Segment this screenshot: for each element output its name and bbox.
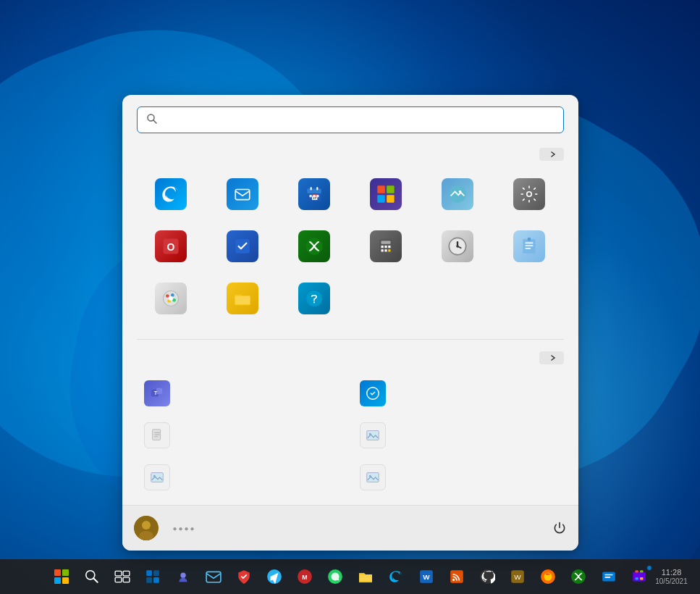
svg-text:M: M — [302, 574, 307, 581]
svg-rect-10 — [316, 195, 319, 197]
svg-rect-55 — [366, 431, 379, 440]
news-taskbar-button[interactable] — [594, 562, 623, 591]
svg-rect-75 — [153, 570, 159, 576]
app-notepad[interactable] — [495, 223, 564, 272]
mcafee-button[interactable]: M — [290, 562, 319, 591]
file-explorer-taskbar-button[interactable] — [351, 562, 380, 591]
svg-rect-95 — [604, 574, 612, 576]
svg-rect-35 — [526, 243, 534, 244]
start-footer: ●●●● — [122, 505, 578, 551]
svg-rect-29 — [388, 249, 390, 251]
app-todo[interactable] — [208, 223, 277, 272]
svg-rect-96 — [604, 577, 610, 578]
recommended-grid: T — [137, 375, 564, 496]
app-settings[interactable] — [495, 171, 564, 220]
whatsapp-desktop-button[interactable]: W — [503, 562, 532, 591]
rss-taskbar-button[interactable] — [442, 562, 471, 591]
svg-point-62 — [142, 521, 151, 530]
app-store[interactable] — [352, 171, 421, 220]
app-office[interactable]: O — [137, 223, 206, 272]
svg-text:O: O — [167, 241, 175, 253]
calculator-icon — [370, 230, 402, 262]
app-calculator[interactable] — [352, 223, 421, 272]
rec-backup-file[interactable] — [137, 417, 348, 454]
svg-point-46 — [313, 301, 315, 303]
app-file-explorer[interactable] — [208, 275, 277, 325]
pinned-apps-grid: 📅 — [137, 171, 564, 325]
mail-icon — [227, 178, 258, 210]
more-button[interactable] — [539, 351, 564, 364]
all-apps-button[interactable] — [539, 148, 564, 161]
svg-point-16 — [459, 191, 462, 193]
svg-rect-71 — [123, 571, 130, 576]
taskbar-pinned-icons: M W — [47, 562, 654, 591]
xbox-taskbar-button[interactable] — [564, 562, 593, 591]
app-edge[interactable] — [137, 171, 206, 220]
firefox-taskbar-button[interactable] — [534, 562, 562, 591]
app-mail[interactable] — [208, 171, 277, 220]
app-clock[interactable] — [423, 223, 492, 272]
notification-center-button[interactable]: 11:28 10/5/2021 — [651, 562, 691, 591]
svg-rect-86 — [450, 570, 463, 583]
rec-vmware-jpg[interactable] — [353, 459, 564, 496]
rec-install-doc[interactable] — [137, 459, 348, 496]
svg-rect-72 — [115, 577, 122, 582]
start-menu: 📅 — [122, 95, 578, 551]
app-tips[interactable] — [280, 275, 349, 325]
search-input[interactable] — [164, 114, 554, 126]
svg-rect-25 — [384, 246, 387, 248]
svg-point-33 — [456, 245, 459, 248]
svg-rect-12 — [387, 185, 395, 193]
user-profile[interactable]: ●●●● — [128, 513, 202, 543]
svg-rect-74 — [146, 570, 152, 576]
store-icon — [370, 178, 402, 210]
whatsapp-button[interactable] — [321, 562, 350, 591]
svg-rect-66 — [54, 577, 61, 584]
svg-line-1 — [153, 120, 156, 124]
search-taskbar-button[interactable] — [77, 562, 106, 591]
svg-point-56 — [368, 433, 371, 435]
bitdefender-button[interactable] — [229, 562, 258, 591]
svg-rect-64 — [54, 569, 61, 576]
clock-icon — [442, 230, 473, 262]
app-paint[interactable] — [137, 275, 206, 325]
svg-rect-98 — [635, 570, 638, 572]
svg-rect-67 — [62, 577, 69, 584]
svg-rect-4 — [307, 188, 321, 193]
telegram-button[interactable] — [260, 562, 289, 591]
svg-rect-2 — [235, 190, 250, 200]
svg-rect-9 — [313, 195, 315, 197]
taskbar: M W — [0, 559, 700, 594]
edge-taskbar-button[interactable] — [381, 562, 410, 591]
rec-upgraded-jpg[interactable] — [353, 417, 564, 454]
svg-point-78 — [180, 573, 185, 578]
app-xbox[interactable] — [280, 223, 349, 272]
mail-taskbar-button[interactable] — [199, 562, 228, 591]
app-calendar[interactable]: 📅 — [280, 171, 349, 220]
teams-chat-button[interactable] — [169, 562, 198, 591]
svg-rect-14 — [387, 195, 395, 203]
rec-teams[interactable]: T — [137, 375, 348, 412]
svg-rect-23 — [381, 240, 391, 243]
github-taskbar-button[interactable] — [473, 562, 502, 591]
svg-rect-65 — [62, 569, 69, 576]
svg-rect-6 — [316, 187, 318, 190]
store-notification-button[interactable] — [625, 562, 654, 591]
svg-rect-36 — [526, 245, 534, 246]
install-doc-icon — [144, 464, 170, 490]
svg-rect-77 — [153, 577, 159, 583]
teams-rec-icon: T — [144, 380, 170, 406]
widgets-button[interactable] — [138, 562, 167, 591]
search-bar[interactable] — [137, 106, 564, 133]
start-button[interactable] — [47, 562, 76, 591]
paint-icon — [155, 283, 187, 314]
task-view-button[interactable] — [108, 562, 137, 591]
power-button[interactable] — [547, 515, 573, 541]
photos-icon — [442, 178, 473, 210]
tips-icon — [298, 283, 330, 314]
svg-point-43 — [172, 298, 176, 302]
app-photos[interactable] — [423, 171, 492, 220]
rec-get-started[interactable] — [353, 375, 564, 412]
edge-icon — [155, 178, 187, 210]
word-taskbar-button[interactable]: W — [412, 562, 441, 591]
